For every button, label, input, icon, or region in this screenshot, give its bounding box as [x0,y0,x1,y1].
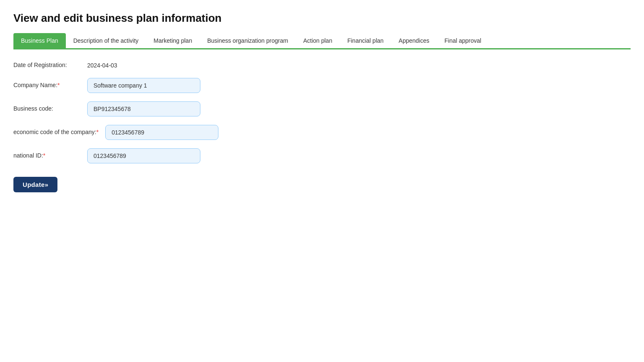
national-id-input[interactable] [87,148,200,163]
company-name-label: Company Name:* [13,81,80,90]
company-name-required-star: * [57,82,60,88]
business-code-row: Business code: [13,101,631,116]
economic-code-required-star: * [96,129,99,135]
economic-code-input[interactable] [105,125,218,140]
national-id-label: national ID:* [13,152,80,160]
tab-business-organization-program[interactable]: Business organization program [200,33,296,48]
page-title: View and edit business plan information [13,12,631,25]
company-name-input[interactable] [87,78,200,93]
tab-business-plan[interactable]: Business Plan [13,33,66,48]
company-name-row: Company Name:* [13,78,631,93]
date-of-registration-label: Date of Registration: [13,61,80,70]
national-id-row: national ID:* [13,148,631,163]
tabs-bar: Business Plan Description of the activit… [13,33,631,49]
business-code-input[interactable] [87,101,200,116]
tab-final-approval[interactable]: Final approval [437,33,489,48]
business-code-label: Business code: [13,105,80,113]
tab-marketing-plan[interactable]: Marketing plan [146,33,200,48]
business-plan-form: Date of Registration: 2024-04-03 Company… [13,61,631,163]
tab-action-plan[interactable]: Action plan [296,33,340,48]
tab-description-of-activity[interactable]: Description of the activity [66,33,146,48]
update-button[interactable]: Update» [13,177,57,192]
date-of-registration-value: 2024-04-03 [87,62,117,69]
economic-code-row: economic code of the company:* [13,125,631,140]
national-id-required-star: * [43,152,45,159]
tab-financial-plan[interactable]: Financial plan [340,33,391,48]
tab-appendices[interactable]: Appendices [391,33,437,48]
date-of-registration-row: Date of Registration: 2024-04-03 [13,61,631,70]
economic-code-label: economic code of the company:* [13,128,99,137]
